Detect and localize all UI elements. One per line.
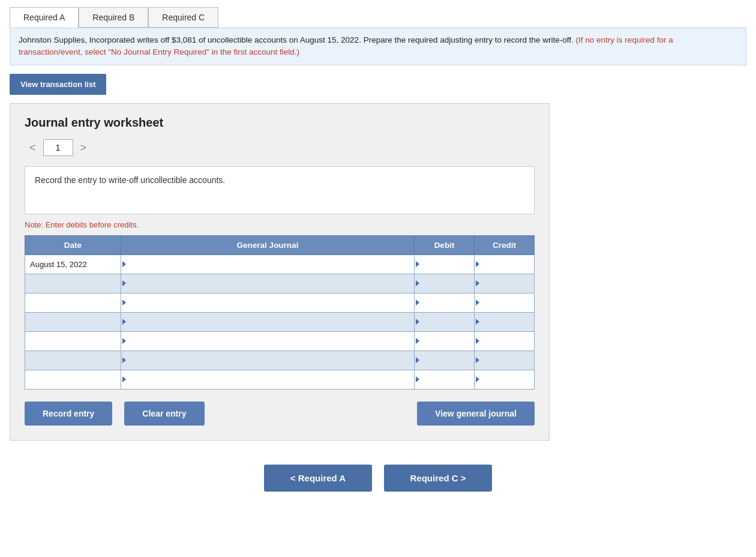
description-box: Record the entry to write-off uncollecti… — [25, 166, 535, 214]
date-cell — [25, 351, 121, 370]
journal-input[interactable] — [121, 370, 414, 389]
journal-cell — [121, 254, 415, 274]
col-journal-header: General Journal — [121, 235, 415, 254]
debit-input[interactable] — [415, 294, 474, 312]
tab-bar: Required A Required B Required C — [10, 7, 746, 28]
table-row — [25, 370, 535, 389]
debit-cell — [415, 312, 475, 331]
journal-input[interactable] — [121, 351, 414, 370]
worksheet-title: Journal entry worksheet — [25, 116, 535, 130]
debit-input[interactable] — [415, 370, 474, 389]
col-credit-header: Credit — [475, 235, 535, 254]
credit-input[interactable] — [475, 313, 534, 331]
date-cell — [25, 274, 121, 293]
journal-input[interactable] — [121, 255, 414, 274]
journal-input[interactable] — [121, 274, 414, 293]
credit-input[interactable] — [475, 274, 534, 293]
next-required-button[interactable]: Required C > — [384, 465, 492, 492]
debit-input[interactable] — [415, 332, 474, 351]
action-buttons-row: Record entry Clear entry View general jo… — [25, 402, 535, 426]
debit-cell — [415, 254, 475, 274]
date-cell: August 15, 2022 — [25, 254, 121, 274]
credit-cell — [475, 351, 535, 370]
tab-required-b[interactable]: Required B — [79, 7, 148, 28]
journal-input[interactable] — [121, 313, 414, 331]
debit-input[interactable] — [415, 313, 474, 331]
worksheet-prev-btn[interactable]: < — [25, 139, 41, 157]
prev-required-button[interactable]: < Required A — [264, 465, 372, 492]
col-debit-header: Debit — [415, 235, 475, 254]
credit-cell — [475, 331, 535, 351]
col-date-header: Date — [25, 235, 121, 254]
tab-required-a[interactable]: Required A — [10, 7, 79, 28]
credit-cell — [475, 293, 535, 312]
date-cell — [25, 331, 121, 351]
journal-input[interactable] — [121, 294, 414, 312]
debit-cell — [415, 351, 475, 370]
table-row — [25, 331, 535, 351]
debit-cell — [415, 274, 475, 293]
journal-cell — [121, 293, 415, 312]
table-row — [25, 274, 535, 293]
journal-cell — [121, 312, 415, 331]
view-general-journal-button[interactable]: View general journal — [417, 402, 535, 426]
worksheet-page-indicator: 1 — [43, 139, 73, 156]
table-row — [25, 351, 535, 370]
journal-cell — [121, 351, 415, 370]
credit-input[interactable] — [475, 255, 534, 274]
worksheet-next-btn[interactable]: > — [76, 139, 92, 157]
credit-input[interactable] — [475, 294, 534, 312]
debit-cell — [415, 293, 475, 312]
info-box: Johnston Supplies, Incorporated writes o… — [10, 28, 746, 65]
table-row — [25, 312, 535, 331]
record-entry-button[interactable]: Record entry — [25, 402, 112, 426]
credit-cell — [475, 312, 535, 331]
debit-input[interactable] — [415, 351, 474, 370]
debit-input[interactable] — [415, 274, 474, 293]
bottom-nav: < Required A Required C > — [10, 465, 746, 510]
date-cell — [25, 370, 121, 389]
credit-cell — [475, 274, 535, 293]
journal-cell — [121, 331, 415, 351]
credit-cell — [475, 254, 535, 274]
date-cell — [25, 293, 121, 312]
tab-required-c[interactable]: Required C — [148, 7, 218, 28]
view-transaction-list-button[interactable]: View transaction list — [10, 74, 106, 95]
journal-table: Date General Journal Debit Credit August… — [25, 235, 535, 390]
debit-input[interactable] — [415, 255, 474, 274]
credit-input[interactable] — [475, 351, 534, 370]
clear-entry-button[interactable]: Clear entry — [124, 402, 204, 426]
journal-cell — [121, 274, 415, 293]
journal-input[interactable] — [121, 332, 414, 351]
worksheet-tab-nav: < 1 > — [25, 139, 535, 157]
debit-cell — [415, 370, 475, 389]
table-row — [25, 293, 535, 312]
info-main-text: Johnston Supplies, Incorporated writes o… — [19, 35, 574, 44]
journal-cell — [121, 370, 415, 389]
debit-cell — [415, 331, 475, 351]
note-text: Note: Enter debits before credits. — [25, 220, 535, 229]
table-row: August 15, 2022 — [25, 254, 535, 274]
worksheet-container: Journal entry worksheet < 1 > Record the… — [10, 103, 550, 441]
credit-input[interactable] — [475, 332, 534, 351]
date-cell — [25, 312, 121, 331]
credit-cell — [475, 370, 535, 389]
credit-input[interactable] — [475, 370, 534, 389]
